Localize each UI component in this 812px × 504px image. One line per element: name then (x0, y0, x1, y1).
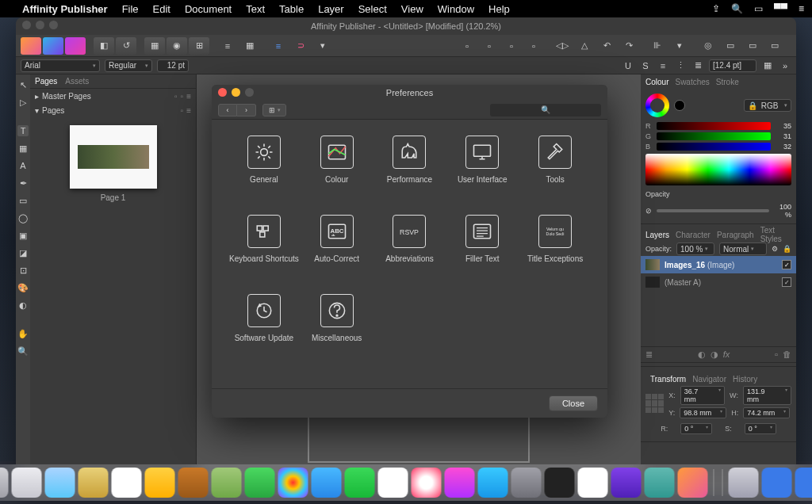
dock-app-icon[interactable] (79, 468, 109, 498)
opacity-slider[interactable] (657, 209, 769, 212)
add-page-icon[interactable]: ▫ (181, 106, 184, 115)
disclosure-icon[interactable]: ▾ (35, 106, 39, 115)
menu-window[interactable]: Window (438, 3, 474, 15)
pref-back-button[interactable]: ‹ (218, 104, 237, 116)
node-tool-icon[interactable]: ▷ (17, 97, 29, 108)
toolbar-wrap-icon[interactable]: ▦ (239, 37, 260, 55)
font-weight-select[interactable]: Regular (105, 59, 152, 72)
bullet-list-icon[interactable]: ⋮ (674, 59, 687, 72)
h-field[interactable]: 74.2 mm (743, 407, 790, 418)
toolbar-snap-dropdown[interactable]: ▾ (312, 37, 333, 55)
fill-tool-icon[interactable]: 🎨 (17, 282, 29, 293)
menu-file[interactable]: File (122, 3, 139, 15)
dock-app-icon[interactable] (245, 468, 275, 498)
toolbar-arrange-dropdown[interactable]: ▾ (669, 37, 690, 55)
pref-search-field[interactable]: 🔍 (490, 104, 601, 116)
toolbar-arrange-front-icon[interactable]: ▫ (523, 37, 544, 55)
g-slider[interactable] (657, 132, 771, 140)
colour-picker-tool-icon[interactable]: ✋ (17, 328, 29, 339)
align-left-icon[interactable]: ≡ (657, 59, 669, 72)
toolbar-clip-canvas[interactable]: ⊞ (189, 37, 209, 55)
add-master-icon[interactable]: ▫ (174, 92, 178, 101)
window-zoom-button[interactable] (49, 21, 58, 29)
toolbar-baseline-icon[interactable]: ≡ (217, 37, 238, 55)
place-image-tool-icon[interactable]: ◪ (17, 247, 29, 258)
b-slider[interactable] (657, 143, 771, 151)
layers-stack-icon[interactable]: ≣ (645, 349, 653, 360)
dock-app-icon[interactable] (12, 468, 42, 498)
tab-swatches[interactable]: Swatches (675, 78, 709, 86)
ellipse-tool-icon[interactable]: ◯ (17, 212, 29, 223)
toolbar-rotate-ccw-icon[interactable]: ↶ (596, 37, 617, 55)
layer-visibility-checkbox[interactable]: ✓ (782, 277, 791, 287)
menubar-app-name[interactable]: Affinity Publisher (22, 3, 108, 15)
font-size-field[interactable]: 12 pt (157, 59, 189, 72)
toolbar-defaults-sync[interactable]: ◧ (94, 37, 114, 55)
overflow-icon[interactable]: » (779, 59, 791, 72)
dock-app-icon[interactable] (178, 468, 209, 498)
pages-menu-icon[interactable]: ≡ (186, 106, 191, 115)
toolbar-snap-icon[interactable]: ⊃ (290, 37, 311, 55)
toolbar-defaults-revert[interactable]: ↺ (116, 37, 136, 55)
pref-grid-view[interactable]: ⊞ (262, 104, 286, 116)
pref-item-colour[interactable]: Colour (301, 136, 373, 207)
mask-icon[interactable]: ◐ (698, 349, 706, 360)
menubar-flag-icon[interactable]: ▀▀ (774, 3, 787, 14)
fx-icon[interactable]: fx (723, 349, 730, 360)
menubar-display-icon[interactable]: ▭ (754, 3, 763, 14)
menubar-share-icon[interactable]: ⇪ (712, 3, 720, 14)
pref-item-keyboard-shortcuts[interactable]: Keyboard Shortcuts (228, 215, 301, 286)
leading-field[interactable]: [12.4 pt] (709, 59, 756, 72)
dock-app-icon[interactable] (412, 468, 442, 498)
picture-frame-tool-icon[interactable]: ▣ (17, 230, 29, 241)
r-slider[interactable] (657, 122, 771, 130)
g-value[interactable]: 31 (774, 132, 791, 140)
menu-table[interactable]: Table (279, 3, 304, 15)
window-minimize-button[interactable] (36, 21, 44, 29)
strikethrough-icon[interactable]: S (639, 59, 652, 72)
dock-app-icon[interactable] (312, 468, 342, 498)
pref-item-title-exceptions[interactable]: Velum quDolo SediTitle Exceptions (519, 215, 592, 286)
dock-app-icon[interactable] (45, 468, 75, 498)
dock-app-icon[interactable] (545, 468, 575, 498)
vector-crop-tool-icon[interactable]: ⊡ (17, 265, 29, 276)
tab-history[interactable]: History (733, 375, 757, 384)
shear-field[interactable]: 0 ° (745, 423, 776, 434)
dock-app-icon[interactable] (445, 468, 475, 498)
toolbar-arrange-forward-icon[interactable]: ▫ (501, 37, 522, 55)
tab-navigator[interactable]: Navigator (692, 375, 726, 384)
layer-lock-icon[interactable]: 🔒 (783, 245, 791, 253)
frame-text-tool-icon[interactable]: T (17, 125, 29, 136)
persona-designer[interactable] (43, 37, 63, 55)
dock-app-icon[interactable] (729, 468, 759, 498)
menu-edit[interactable]: Edit (153, 3, 170, 15)
toolbar-align-left-icon[interactable]: ≡ (268, 37, 289, 55)
paragraph-panel-icon[interactable]: ▦ (761, 59, 774, 72)
toolbar-preflight[interactable]: ▦ (144, 37, 165, 55)
tab-character[interactable]: Character (676, 231, 710, 239)
tab-colour[interactable]: Colour (645, 78, 668, 86)
delete-layer-icon[interactable]: 🗑 (783, 349, 791, 360)
x-field[interactable]: 36.7 mm (680, 386, 725, 405)
dock-app-icon[interactable] (378, 468, 408, 498)
colour-mode-select[interactable]: 🔒 RGB (744, 99, 791, 112)
tab-assets[interactable]: Assets (65, 77, 89, 86)
toolbar-insert-top-icon[interactable]: ▭ (742, 37, 763, 55)
transparency-tool-icon[interactable]: ◐ (17, 300, 29, 311)
menu-help[interactable]: Help (488, 3, 510, 15)
dock-app-icon[interactable] (478, 468, 508, 498)
tab-paragraph[interactable]: Paragraph (717, 231, 754, 239)
toolbar-preview[interactable]: ◉ (167, 37, 187, 55)
dock-app-icon[interactable] (345, 468, 375, 498)
opacity-value[interactable]: 100 % (774, 203, 791, 219)
layer-row[interactable]: (Master A) ✓ (641, 273, 796, 291)
dock-app-icon[interactable] (762, 468, 792, 498)
dock-app-icon[interactable] (795, 468, 813, 498)
pref-item-user-interface[interactable]: User Interface (446, 136, 519, 207)
persona-publisher[interactable] (21, 37, 41, 55)
layer-opacity-field[interactable]: 100 % (676, 242, 714, 255)
toolbar-insert-behind-icon[interactable]: ▭ (720, 37, 741, 55)
dock-app-icon[interactable] (278, 468, 308, 498)
pref-item-filler-text[interactable]: Filler Text (446, 215, 519, 286)
menubar-spotlight-icon[interactable]: 🔍 (731, 3, 743, 14)
